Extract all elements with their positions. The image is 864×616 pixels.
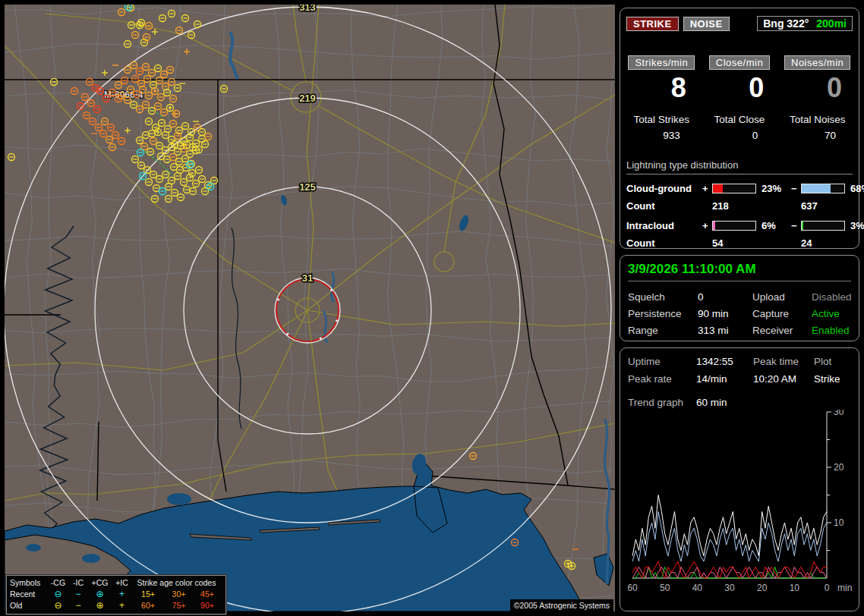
range-ring-label: 313 [299, 5, 316, 13]
legend-row-label: Old [10, 600, 48, 611]
legend-col-header: -IC [68, 577, 88, 589]
datetime-display: 3/9/2026 11:10:00 AM [628, 262, 851, 281]
trend-chart: 1020306050403020100min [628, 410, 856, 601]
noises-per-min-header: Noises/min [784, 55, 850, 70]
strikes-per-min-value: 8 [671, 73, 697, 103]
plus-sign: + [702, 220, 712, 231]
legend-col-header: -CG [48, 577, 68, 589]
total-noises-value: 70 [825, 130, 853, 141]
legend-row-label: Recent [10, 589, 48, 600]
x-tick-label: 0 [825, 583, 830, 593]
counters-panel: STRIKE NOISE Bng 322° 200mi Strikes/min … [620, 8, 859, 249]
close-column: Close/min 0 Total Close 0 [705, 55, 775, 141]
copyright-label: ©2005 Astrogenic Systems [510, 599, 613, 611]
trend-series-cg [632, 511, 827, 561]
count-label: Count [626, 200, 702, 212]
pos-ic-count: 54 [712, 237, 791, 249]
minus-sign: − [791, 183, 801, 194]
pos-ic-bar [712, 221, 756, 231]
age-code: 60+ [132, 600, 164, 611]
mode-toolbar: STRIKE NOISE Bng 322° 200mi [626, 16, 853, 31]
peak-rate-value: 14/min [696, 373, 753, 385]
minus-icon: − [68, 600, 88, 611]
intracloud-row: Intracloud + 6% − 3% [626, 220, 853, 231]
range-ring-label: 219 [299, 93, 316, 104]
age-code: 15+ [132, 589, 164, 600]
circle-plus-icon: ⊕ [88, 600, 112, 611]
range-ring-label: 125 [299, 181, 316, 193]
legend-symbols-header: Symbols [10, 577, 48, 589]
minus-sign: − [791, 220, 801, 231]
legend-col-header: +CG [88, 577, 112, 589]
plot-label: Plot [814, 356, 851, 367]
uptime-label: Uptime [628, 356, 696, 367]
noises-per-min-value: 0 [827, 73, 853, 103]
bearing-value: Bng 322° [763, 17, 809, 30]
y-tick-label: 10 [834, 517, 844, 528]
receiver-status: Enabled [812, 325, 852, 336]
cloud-ground-label: Cloud-ground [626, 183, 702, 194]
distribution-title: Lightning type distribution [626, 159, 853, 174]
neg-ic-count: 24 [801, 237, 854, 249]
neg-ic-percent: 3% [847, 220, 864, 231]
total-strikes-label: Total Strikes [634, 114, 690, 125]
intracloud-count-row: Count 54 24 [626, 237, 853, 249]
lightning-map[interactable]: 31321912531M-6066-4 Symbols-CG-IC+CG+ICS… [5, 5, 615, 611]
plus-icon: + [112, 589, 132, 600]
status-grid: Squelch 0 Upload Disabled Persistence 90… [628, 291, 851, 336]
capture-status: Active [812, 308, 852, 319]
total-close-value: 0 [752, 130, 775, 141]
age-code: 30+ [164, 589, 194, 600]
plus-icon: + [112, 600, 132, 611]
cursor-range-value: 200mi [816, 17, 847, 30]
close-per-min-header: Close/min [709, 55, 770, 70]
legend-age-header: Strike age color codes [132, 577, 221, 589]
neg-ic-bar [801, 221, 845, 231]
peak-time-label: Peak time [753, 356, 814, 367]
x-axis-unit-label: min [837, 583, 852, 593]
x-tick-label: 40 [692, 583, 703, 593]
x-tick-label: 60 [628, 583, 638, 593]
persistence-value: 90 min [698, 308, 752, 319]
intracloud-label: Intracloud [626, 220, 702, 231]
status-panel: 3/9/2026 11:10:00 AM Squelch 0 Upload Di… [620, 255, 859, 341]
map-canvas: 31321912531M-6066-4 [5, 5, 615, 611]
x-tick-label: 20 [757, 583, 768, 593]
upload-label: Upload [752, 291, 812, 303]
y-tick-label: 20 [834, 462, 844, 473]
neg-cg-count: 637 [801, 200, 854, 212]
circle-plus-icon: ⊕ [88, 589, 112, 600]
trend-graph-label: Trend graph [628, 397, 696, 408]
rate-counters: Strikes/min 8 Total Strikes 933 Close/mi… [626, 55, 853, 141]
upload-status: Disabled [812, 291, 852, 303]
capture-label: Capture [752, 308, 812, 319]
x-tick-label: 30 [724, 583, 735, 593]
noise-mode-button[interactable]: NOISE [683, 17, 730, 31]
pos-cg-count: 218 [712, 200, 791, 212]
total-strikes-value: 933 [663, 130, 697, 141]
circle-minus-icon: ⊖ [48, 600, 68, 611]
age-code: 90+ [194, 600, 221, 611]
map-legend: Symbols-CG-IC+CG+ICStrike age color code… [6, 575, 226, 614]
circle-minus-icon: ⊖ [48, 589, 68, 600]
cloud-ground-row: Cloud-ground + 23% − 68% [626, 183, 853, 194]
squelch-value: 0 [698, 291, 752, 303]
uptime-value: 1342:55 [696, 356, 753, 367]
x-tick-label: 50 [660, 583, 670, 593]
app-window: 31321912531M-6066-4 Symbols-CG-IC+CG+ICS… [0, 0, 864, 616]
squelch-label: Squelch [628, 291, 698, 303]
strikes-per-min-header: Strikes/min [628, 55, 695, 70]
x-tick-label: 10 [790, 583, 800, 593]
neg-cg-bar [801, 184, 845, 193]
total-close-label: Total Close [714, 114, 765, 125]
range-ring-label: 31 [302, 272, 313, 284]
minus-icon: − [68, 589, 88, 600]
strikes-column: Strikes/min 8 Total Strikes 933 [626, 55, 697, 141]
plot-mode-value: Strike [814, 373, 851, 385]
stats-panel: Uptime 1342:55 Peak time Plot Peak rate … [620, 347, 859, 611]
trend-graph-row: Trend graph 60 min [628, 397, 851, 408]
y-tick-label: 30 [834, 410, 844, 417]
strike-mode-button[interactable]: STRIKE [626, 17, 679, 31]
close-per-min-value: 0 [749, 73, 774, 103]
peak-time-value: 10:20 AM [753, 373, 814, 385]
